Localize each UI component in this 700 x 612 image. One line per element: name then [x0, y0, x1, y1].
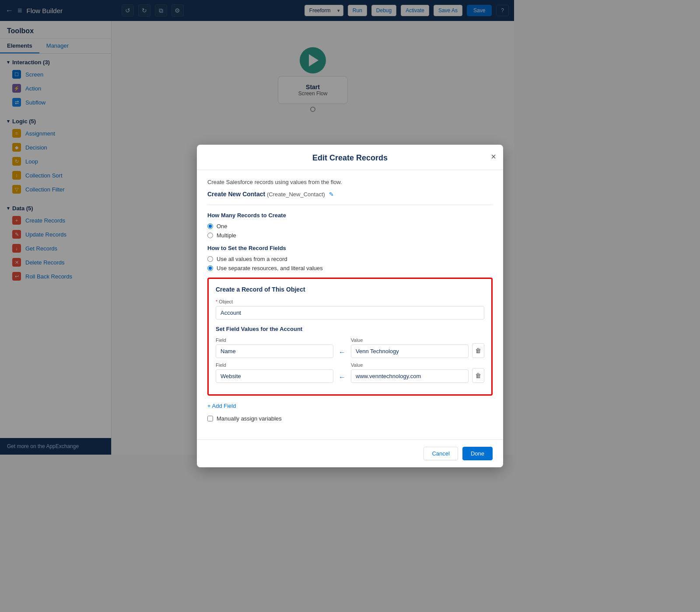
value-label-2: Value [351, 362, 469, 368]
manually-assign-row: Manually assign variables [207, 415, 493, 422]
radio-allvalues[interactable]: Use all values from a record [207, 256, 493, 262]
radio-multiple[interactable]: Multiple [207, 232, 493, 239]
modal-overlay[interactable]: Edit Create Records × Create Salesforce … [0, 0, 514, 455]
delete-row-2-button[interactable]: 🗑 [472, 368, 484, 383]
field-input-1[interactable] [216, 344, 333, 358]
field-label-1: Field [216, 337, 333, 343]
create-record-section-title: Create a Record of This Object [216, 286, 484, 293]
field-value-section: Set Field Values for the Account Field ←… [216, 326, 484, 383]
radio-one[interactable]: One [207, 223, 493, 230]
field-input-2[interactable] [216, 369, 333, 383]
radio-multiple-label: Multiple [217, 232, 236, 239]
record-api-text: (Create_New_Contact) [267, 191, 325, 198]
manually-assign-checkbox[interactable] [207, 416, 213, 421]
arrow-button-1[interactable]: ← [337, 348, 347, 356]
field-values-title: Set Field Values for the Account [216, 326, 484, 332]
radio-allvalues-label: Use all values from a record [217, 256, 287, 262]
field-label-2: Field [216, 362, 333, 368]
how-set-label: How to Set the Record Fields [207, 245, 493, 251]
value-input-1[interactable] [351, 344, 469, 358]
how-many-radio-group: One Multiple [207, 223, 493, 239]
modal-close-button[interactable]: × [491, 152, 496, 162]
modal: Edit Create Records × Create Salesforce … [197, 145, 503, 455]
highlight-section: Create a Record of This Object * Object … [207, 278, 493, 396]
divider-1 [207, 205, 493, 205]
object-required-star: * [216, 299, 217, 304]
object-input[interactable] [216, 306, 484, 320]
field-col-1: Field [216, 337, 333, 358]
arrow-button-2[interactable]: ← [337, 373, 347, 381]
value-col-2: Value [351, 362, 469, 383]
cancel-button[interactable]: Cancel [424, 447, 458, 455]
value-input-2[interactable] [351, 369, 469, 383]
modal-header: Edit Create Records × [197, 145, 503, 170]
field-row-2: Field ← Value 🗑 [216, 362, 484, 383]
radio-separate-input[interactable] [207, 265, 213, 271]
record-name-row: Create New Contact (Create_New_Contact) … [207, 191, 493, 198]
done-button[interactable]: Done [462, 447, 493, 455]
object-field-label: * Object [216, 299, 484, 304]
modal-title: Edit Create Records [207, 153, 493, 163]
delete-row-1-button[interactable]: 🗑 [472, 343, 484, 358]
radio-allvalues-input[interactable] [207, 256, 213, 262]
modal-footer: Cancel Done [197, 439, 503, 455]
radio-one-input[interactable] [207, 223, 213, 229]
manually-assign-label: Manually assign variables [217, 415, 282, 422]
value-col-1: Value [351, 337, 469, 358]
edit-record-name-button[interactable]: ✎ [329, 191, 334, 198]
modal-body: Create Salesforce records using values f… [197, 170, 503, 439]
radio-separate[interactable]: Use separate resources, and literal valu… [207, 265, 493, 271]
how-set-radio-group: Use all values from a record Use separat… [207, 256, 493, 271]
field-row-1: Field ← Value 🗑 [216, 337, 484, 358]
how-many-label: How Many Records to Create [207, 212, 493, 219]
value-label-1: Value [351, 337, 469, 343]
radio-one-label: One [217, 223, 228, 230]
radio-multiple-input[interactable] [207, 233, 213, 238]
add-field-button[interactable]: + Add Field [207, 403, 236, 409]
modal-description: Create Salesforce records using values f… [207, 179, 493, 185]
field-col-2: Field [216, 362, 333, 383]
radio-separate-label: Use separate resources, and literal valu… [217, 265, 323, 271]
record-name: Create New Contact [207, 191, 265, 198]
